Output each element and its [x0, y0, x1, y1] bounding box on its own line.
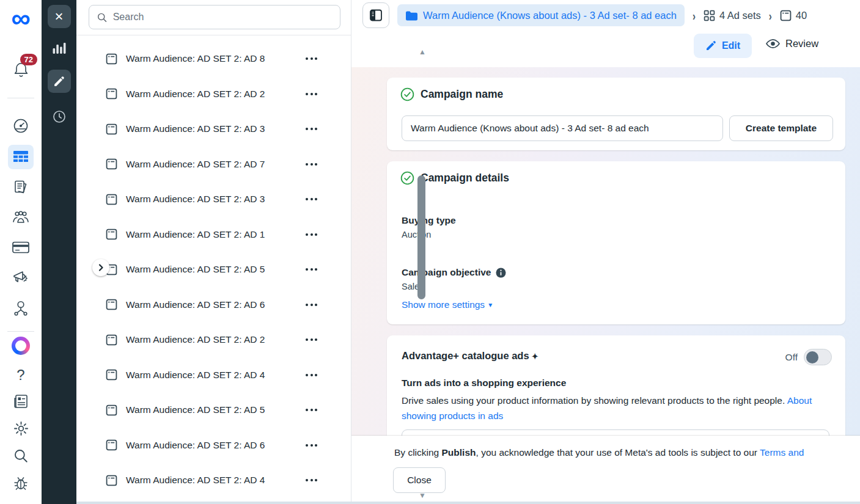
sidebar-item-settings[interactable] [0, 420, 42, 437]
overflow-menu-icon[interactable] [303, 301, 320, 309]
check-circle-icon [400, 87, 414, 101]
list-item[interactable]: Warm Audience: AD SET 2: AD 8 [106, 44, 320, 73]
rail-item-history[interactable] [42, 109, 76, 124]
list-item[interactable]: Warm Audience: AD SET 2: AD 4 [106, 360, 320, 390]
overflow-menu-icon[interactable] [303, 336, 320, 343]
campaign-name-input[interactable] [402, 115, 723, 141]
terms-link[interactable]: Terms and [760, 447, 804, 458]
show-more-settings-link[interactable]: Show more settings ▾ [402, 299, 492, 310]
list-item[interactable]: Warm Audience: AD SET 2: AD 5 [106, 255, 320, 284]
app-sidebar: ∞ 72 [0, 0, 42, 504]
ad-frame-icon [106, 475, 117, 486]
ad-frame-icon [106, 158, 117, 170]
clock-icon [52, 109, 67, 124]
sidebar-item-audiences[interactable] [0, 210, 42, 224]
list-item[interactable]: Warm Audience: AD SET 2: AD 1 [106, 220, 320, 249]
review-tab[interactable]: Review [766, 38, 818, 49]
bar-chart-icon [52, 42, 67, 55]
list-item-label: Warm Audience: AD SET 2: AD 3 [126, 123, 295, 134]
grid-icon [704, 10, 715, 21]
overflow-menu-icon[interactable] [303, 90, 320, 98]
scroll-down-icon[interactable]: ▼ [416, 491, 428, 500]
ad-frame-icon [106, 439, 117, 451]
sidebar-item-assets[interactable] [0, 299, 42, 316]
folder-icon [405, 10, 417, 21]
list-item[interactable]: Warm Audience: AD SET 2: AD 3 [106, 184, 320, 214]
advantage-toggle[interactable] [804, 349, 832, 365]
info-icon[interactable] [496, 268, 506, 278]
list-item-label: Warm Audience: AD SET 2: AD 3 [126, 194, 295, 205]
overflow-menu-icon[interactable] [303, 161, 320, 168]
sidebar-item-overview[interactable] [0, 117, 42, 134]
sidebar-item-bug[interactable] [0, 475, 42, 492]
sparkle-icon: ✦ [532, 352, 538, 361]
ad-frame-icon [106, 334, 117, 346]
overflow-menu-icon[interactable] [303, 195, 320, 203]
panel-toggle-icon [369, 9, 383, 22]
section-title: Campaign details [421, 172, 509, 184]
edit-tab[interactable]: Edit [694, 34, 752, 58]
meta-ai-icon [12, 337, 30, 355]
toggle-state-label: Off [785, 352, 798, 363]
scroll-up-icon[interactable]: ▲ [416, 48, 428, 56]
ad-frame-icon [106, 123, 117, 135]
list-item[interactable]: Warm Audience: AD SET 2: AD 5 [106, 395, 320, 425]
advantage-description: Drive sales using your product informati… [402, 393, 825, 423]
advantage-field-partial[interactable] [402, 429, 829, 436]
newspaper-icon [12, 393, 29, 409]
search-icon [13, 448, 29, 464]
sidebar-item-help[interactable]: ? [0, 367, 42, 384]
list-item-label: Warm Audience: AD SET 2: AD 8 [126, 53, 295, 64]
close-button[interactable]: Close [393, 467, 446, 493]
expand-panel-button[interactable] [92, 259, 109, 276]
breadcrumb-ads[interactable]: 40 [780, 10, 807, 21]
list-item[interactable]: Warm Audience: AD SET 2: AD 2 [106, 79, 320, 109]
overflow-menu-icon[interactable] [303, 231, 320, 238]
list-item[interactable]: Warm Audience: AD SET 2: AD 2 [106, 325, 320, 354]
list-item[interactable]: Warm Audience: AD SET 2: AD 6 [106, 431, 320, 460]
sidebar-item-pages[interactable] [0, 179, 42, 196]
create-template-button[interactable]: Create template [729, 115, 833, 141]
help-icon: ? [17, 367, 24, 384]
overflow-menu-icon[interactable] [303, 125, 320, 133]
overflow-menu-icon[interactable] [303, 371, 320, 379]
breadcrumb-ads-label: 40 [796, 10, 807, 21]
scrollbar-thumb[interactable] [417, 175, 425, 299]
list-item[interactable]: Warm Audience: AD SET 2: AD 7 [106, 150, 320, 179]
sidebar-item-meta-ai[interactable] [0, 337, 42, 355]
overflow-menu-icon[interactable] [303, 55, 320, 62]
list-item[interactable]: Warm Audience: AD SET 2: AD 3 [106, 114, 320, 144]
advantage-title: Advantage+ catalogue ads✦ [402, 350, 538, 362]
breadcrumb-adsets[interactable]: 4 Ad sets [704, 10, 761, 21]
collapse-sidebar-button[interactable] [362, 2, 389, 28]
list-item[interactable]: Warm Audience: AD SET 2: AD 6 [106, 290, 320, 320]
overflow-menu-icon[interactable] [303, 406, 320, 414]
campaigns-table-icon [13, 150, 29, 164]
ad-frame-icon [106, 228, 117, 240]
meta-logo[interactable]: ∞ [0, 7, 42, 29]
terms-disclaimer: By clicking Publish, you acknowledge tha… [394, 447, 859, 458]
overflow-menu-icon[interactable] [303, 442, 320, 449]
breadcrumb-campaign[interactable]: Warm Audience (Knows about ads) - 3 Ad s… [397, 4, 685, 26]
section-title: Campaign name [421, 88, 503, 101]
eye-icon [766, 38, 780, 49]
overflow-menu-icon[interactable] [303, 266, 320, 273]
sidebar-item-advertising[interactable] [0, 269, 42, 287]
close-panel-button[interactable]: × [42, 5, 76, 28]
list-item[interactable]: Warm Audience: AD SET 2: AD 4 [106, 466, 320, 495]
list-item-label: Warm Audience: AD SET 2: AD 2 [126, 334, 295, 345]
sidebar-item-campaigns[interactable] [0, 145, 42, 169]
rail-item-edit[interactable] [42, 70, 76, 93]
notifications-button[interactable]: 72 [0, 61, 42, 78]
breadcrumb: Warm Audience (Knows about ads) - 3 Ad s… [397, 4, 807, 26]
overflow-menu-icon[interactable] [303, 477, 320, 484]
bottom-edge [76, 502, 860, 504]
sidebar-item-search[interactable] [0, 448, 42, 464]
list-item-label: Warm Audience: AD SET 2: AD 6 [126, 440, 295, 451]
list-item-label: Warm Audience: AD SET 2: AD 5 [126, 264, 295, 275]
sidebar-item-billing[interactable] [0, 240, 42, 255]
rail-item-performance[interactable] [42, 42, 76, 55]
speedometer-icon [12, 117, 29, 134]
sidebar-item-news[interactable] [0, 393, 42, 409]
chevron-right-icon [98, 264, 105, 271]
